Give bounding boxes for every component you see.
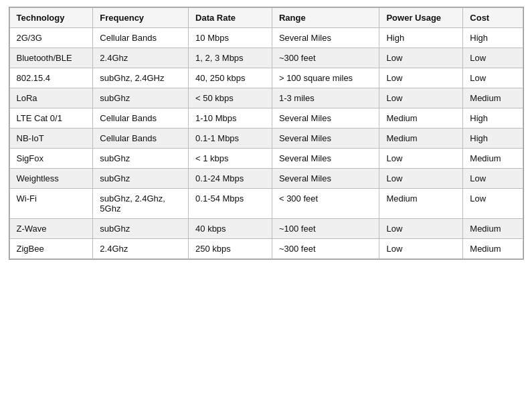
cell-cost: Medium <box>463 239 523 259</box>
cell-technology: LoRa <box>9 88 93 108</box>
cell-cost: Low <box>463 169 523 189</box>
cell-datarate: 10 Mbps <box>189 28 272 48</box>
table-row: Z-WavesubGhz40 kbps~100 feetLowMedium <box>9 219 523 239</box>
cell-cost: Low <box>463 48 523 68</box>
cell-cost: High <box>463 108 523 129</box>
table-header-row: Technology Frequency Data Rate Range Pow… <box>9 8 523 28</box>
cell-power: Medium <box>379 189 463 219</box>
cell-power: Low <box>379 149 463 169</box>
cell-technology: NB-IoT <box>9 129 93 149</box>
cell-datarate: < 1 kbps <box>189 149 272 169</box>
cell-datarate: 1-10 Mbps <box>189 108 272 129</box>
cell-power: Low <box>379 169 463 189</box>
cell-technology: ZigBee <box>9 239 93 259</box>
cell-datarate: 0.1-54 Mbps <box>189 189 272 219</box>
cell-technology: Bluetooth/BLE <box>9 48 93 68</box>
cell-datarate: 250 kbps <box>189 239 272 259</box>
cell-frequency: Cellular Bands <box>93 108 189 129</box>
cell-datarate: 40, 250 kbps <box>189 68 272 88</box>
col-header-range: Range <box>272 8 379 28</box>
cell-frequency: Cellular Bands <box>93 129 189 149</box>
cell-frequency: subGhz <box>93 149 189 169</box>
table-row: LTE Cat 0/1Cellular Bands1-10 MbpsSevera… <box>9 108 523 129</box>
cell-power: High <box>379 28 463 48</box>
cell-technology: Z-Wave <box>9 219 93 239</box>
cell-power: Low <box>379 48 463 68</box>
cell-technology: Weightless <box>9 169 93 189</box>
table-row: LoRasubGhz< 50 kbps1-3 milesLowMedium <box>9 88 523 108</box>
cell-power: Low <box>379 88 463 108</box>
table-row: Bluetooth/BLE2.4Ghz1, 2, 3 Mbps~300 feet… <box>9 48 523 68</box>
cell-cost: Medium <box>463 149 523 169</box>
cell-range: ~100 feet <box>272 219 379 239</box>
cell-cost: Low <box>463 68 523 88</box>
cell-cost: High <box>463 129 523 149</box>
cell-cost: Low <box>463 189 523 219</box>
cell-frequency: subGhz <box>93 88 189 108</box>
cell-power: Medium <box>379 129 463 149</box>
cell-range: Several Miles <box>272 149 379 169</box>
cell-range: ~300 feet <box>272 239 379 259</box>
cell-range: Several Miles <box>272 129 379 149</box>
cell-technology: LTE Cat 0/1 <box>9 108 93 129</box>
cell-technology: SigFox <box>9 149 93 169</box>
cell-datarate: 0.1-1 Mbps <box>189 129 272 149</box>
cell-range: Several Miles <box>272 169 379 189</box>
col-header-cost: Cost <box>463 8 523 28</box>
cell-power: Low <box>379 68 463 88</box>
comparison-table-container: Technology Frequency Data Rate Range Pow… <box>9 7 524 260</box>
col-header-power: Power Usage <box>379 8 463 28</box>
cell-technology: Wi-Fi <box>9 189 93 219</box>
table-row: Wi-FisubGhz, 2.4Ghz, 5Ghz0.1-54 Mbps< 30… <box>9 189 523 219</box>
table-row: 2G/3GCellular Bands10 MbpsSeveral MilesH… <box>9 28 523 48</box>
cell-range: 1-3 miles <box>272 88 379 108</box>
cell-power: Low <box>379 219 463 239</box>
cell-power: Medium <box>379 108 463 129</box>
table-row: 802.15.4subGhz, 2.4GHz40, 250 kbps> 100 … <box>9 68 523 88</box>
cell-range: Several Miles <box>272 108 379 129</box>
cell-frequency: 2.4Ghz <box>93 48 189 68</box>
cell-power: Low <box>379 239 463 259</box>
comparison-table: Technology Frequency Data Rate Range Pow… <box>9 7 523 259</box>
table-row: WeightlesssubGhz0.1-24 MbpsSeveral Miles… <box>9 169 523 189</box>
table-row: NB-IoTCellular Bands0.1-1 MbpsSeveral Mi… <box>9 129 523 149</box>
cell-range: ~300 feet <box>272 48 379 68</box>
cell-cost: Medium <box>463 219 523 239</box>
cell-technology: 2G/3G <box>9 28 93 48</box>
cell-frequency: 2.4Ghz <box>93 239 189 259</box>
cell-technology: 802.15.4 <box>9 68 93 88</box>
cell-frequency: subGhz <box>93 219 189 239</box>
cell-range: > 100 square miles <box>272 68 379 88</box>
cell-datarate: 1, 2, 3 Mbps <box>189 48 272 68</box>
col-header-frequency: Frequency <box>93 8 189 28</box>
cell-frequency: Cellular Bands <box>93 28 189 48</box>
table-row: SigFoxsubGhz< 1 kbpsSeveral MilesLowMedi… <box>9 149 523 169</box>
col-header-datarate: Data Rate <box>189 8 272 28</box>
cell-datarate: 0.1-24 Mbps <box>189 169 272 189</box>
table-row: ZigBee2.4Ghz250 kbps~300 feetLowMedium <box>9 239 523 259</box>
cell-datarate: < 50 kbps <box>189 88 272 108</box>
col-header-technology: Technology <box>9 8 93 28</box>
cell-cost: High <box>463 28 523 48</box>
cell-range: < 300 feet <box>272 189 379 219</box>
cell-frequency: subGhz, 2.4Ghz, 5Ghz <box>93 189 189 219</box>
cell-frequency: subGhz, 2.4GHz <box>93 68 189 88</box>
cell-range: Several Miles <box>272 28 379 48</box>
cell-cost: Medium <box>463 88 523 108</box>
cell-datarate: 40 kbps <box>189 219 272 239</box>
cell-frequency: subGhz <box>93 169 189 189</box>
